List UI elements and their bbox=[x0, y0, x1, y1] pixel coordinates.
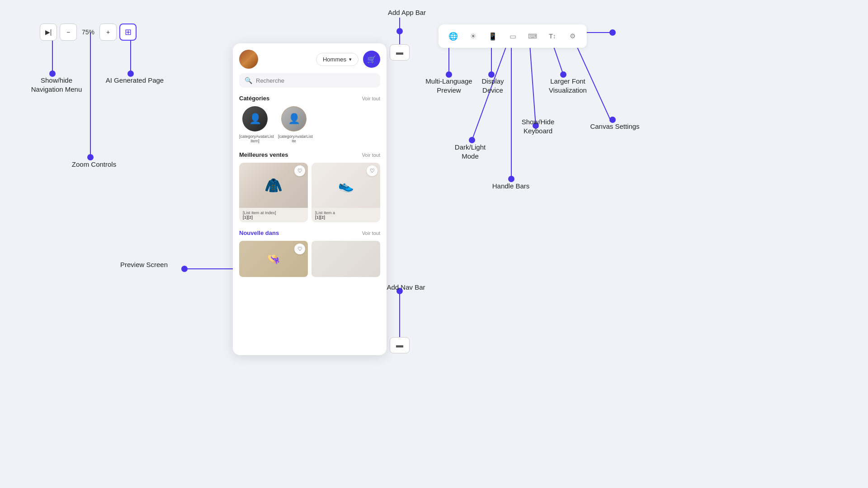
dark-light-dot bbox=[469, 137, 475, 143]
zoom-minus-icon: − bbox=[66, 28, 70, 36]
mobile-header: Hommes ▾ 🛒 bbox=[233, 43, 387, 73]
zoom-value: 75% bbox=[80, 28, 97, 36]
category-avatar-2: 👤 bbox=[281, 106, 307, 131]
categories-row: 👤 [categoryAvatarList item] 👤 [categoryA… bbox=[233, 106, 387, 150]
ai-generated-button[interactable]: ⊞ bbox=[119, 23, 137, 41]
category-item-1[interactable]: 👤 [categoryAvatarList item] bbox=[239, 106, 271, 143]
hide-nav-icon: ▶| bbox=[45, 28, 52, 36]
phone-icon: 📱 bbox=[488, 32, 497, 41]
category-dropdown[interactable]: Hommes ▾ bbox=[316, 53, 359, 66]
font-size-icon: T↕ bbox=[549, 33, 556, 40]
add-app-bar-label: Add App Bar bbox=[380, 8, 434, 17]
show-hide-nav-label: Show/hideNavigation Menu bbox=[25, 76, 88, 94]
product-name-2: [List Item a[1][2] bbox=[315, 211, 377, 220]
larger-font-label: Larger FontVisualization bbox=[532, 77, 604, 94]
meilleures-header: Meilleures ventes Voir tout bbox=[233, 150, 387, 163]
search-bar[interactable]: 🔍 bbox=[239, 73, 380, 88]
product-image-4 bbox=[311, 241, 380, 277]
meilleures-title: Meilleures ventes bbox=[239, 151, 288, 158]
favorite-button-3[interactable]: ♡ bbox=[294, 244, 305, 254]
app-bar-icon: ▬ bbox=[396, 48, 403, 56]
product-card-1[interactable]: 🧥 ♡ [List Item at Index][1][2] bbox=[239, 163, 308, 222]
nouvelle-header: Nouvelle dans Voir tout bbox=[233, 228, 387, 241]
search-icon: 🔍 bbox=[245, 77, 252, 84]
chevron-down-icon: ▾ bbox=[349, 56, 352, 62]
canvas-settings-line-end-dot bbox=[609, 29, 616, 36]
category-item-2[interactable]: 👤 [categoryAvatarList ite bbox=[278, 106, 310, 143]
tablet-icon: ▭ bbox=[509, 32, 516, 41]
cart-icon: 🛒 bbox=[367, 55, 376, 64]
show-hide-keyboard-button[interactable]: ⌨ bbox=[524, 28, 541, 44]
larger-font-button[interactable]: T↕ bbox=[544, 28, 561, 44]
categories-header: Catégories Voir tout bbox=[233, 93, 387, 106]
settings-icon: ⚙ bbox=[570, 32, 576, 40]
preview-screen: Hommes ▾ 🛒 🔍 Catégories Voir tout 👤 [cat… bbox=[233, 43, 387, 355]
add-app-bar-dot bbox=[396, 28, 403, 34]
avatar bbox=[239, 50, 258, 69]
show-hide-keyboard-label: Show/HideKeyboard bbox=[506, 117, 570, 135]
nouvelle-product-row: 👒 ♡ bbox=[233, 241, 387, 282]
canvas-settings-button[interactable]: ⚙ bbox=[564, 28, 580, 44]
category-label: Hommes bbox=[323, 56, 346, 63]
favorite-button-1[interactable]: ♡ bbox=[294, 165, 305, 176]
product-name-1: [List Item at Index][1][2] bbox=[243, 211, 304, 220]
main-toolbar: ▶| − 75% + ⊞ bbox=[40, 23, 137, 41]
canvas-settings-label: Canvas Settings bbox=[581, 122, 649, 131]
preview-screen-label: Preview Screen bbox=[120, 260, 168, 269]
add-app-bar-button[interactable]: ▬ bbox=[390, 44, 410, 61]
product-card-3[interactable]: 👒 ♡ bbox=[239, 241, 308, 277]
category-label-2: [categoryAvatarList ite bbox=[278, 134, 310, 143]
nouvelle-voir-tout[interactable]: Voir tout bbox=[362, 230, 380, 236]
favorite-button-2[interactable]: ♡ bbox=[367, 165, 377, 176]
category-label-1: [categoryAvatarList item] bbox=[239, 134, 271, 143]
globe-icon: 🌐 bbox=[448, 32, 458, 41]
display-device-button[interactable]: 📱 bbox=[485, 28, 501, 44]
zoom-plus-icon: + bbox=[106, 28, 110, 36]
zoom-controls-label: Zoom Controls bbox=[62, 160, 126, 169]
avatar-image bbox=[239, 50, 258, 69]
nav-bar-icon: ▬ bbox=[396, 341, 403, 349]
product-grid: 🧥 ♡ [List Item at Index][1][2] 👟 ♡ [List… bbox=[233, 163, 387, 228]
cart-button[interactable]: 🛒 bbox=[363, 51, 380, 68]
product-info-2: [List Item a[1][2] bbox=[311, 208, 380, 222]
category-avatar-1: 👤 bbox=[242, 106, 268, 131]
add-nav-bar-label: Add Nav Bar bbox=[379, 283, 433, 292]
preview-screen-dot bbox=[181, 266, 188, 272]
sun-icon: ☀ bbox=[470, 32, 476, 41]
ai-icon: ⊞ bbox=[125, 27, 132, 37]
add-nav-bar-button[interactable]: ▬ bbox=[390, 337, 410, 353]
ai-generated-label: AI Generated Page bbox=[99, 76, 171, 85]
meilleures-voir-tout[interactable]: Voir tout bbox=[362, 152, 380, 158]
right-toolbar: 🌐 ☀ 📱 ▭ ⌨ T↕ ⚙ bbox=[439, 24, 587, 48]
dark-light-label: Dark/LightMode bbox=[443, 143, 497, 160]
nouvelle-title: Nouvelle dans bbox=[239, 230, 279, 236]
handle-bars-label: Handle Bars bbox=[481, 182, 540, 191]
categories-voir-tout[interactable]: Voir tout bbox=[362, 96, 380, 101]
handle-bars-dot bbox=[508, 176, 514, 182]
keyboard-icon: ⌨ bbox=[528, 33, 537, 40]
display-device-label: DisplayDevice bbox=[470, 77, 515, 94]
zoom-plus-button[interactable]: + bbox=[99, 23, 117, 41]
hide-nav-button[interactable]: ▶| bbox=[40, 23, 57, 41]
multi-language-button[interactable]: 🌐 bbox=[445, 28, 461, 44]
zoom-controls-dot bbox=[87, 154, 94, 160]
product-card-2[interactable]: 👟 ♡ [List Item a[1][2] bbox=[311, 163, 380, 222]
handle-bars-button[interactable]: ▭ bbox=[505, 28, 521, 44]
product-info-1: [List Item at Index][1][2] bbox=[239, 208, 308, 222]
zoom-minus-button[interactable]: − bbox=[60, 23, 77, 41]
search-input[interactable] bbox=[256, 77, 375, 84]
dark-light-button[interactable]: ☀ bbox=[465, 28, 481, 44]
categories-title: Catégories bbox=[239, 95, 269, 102]
